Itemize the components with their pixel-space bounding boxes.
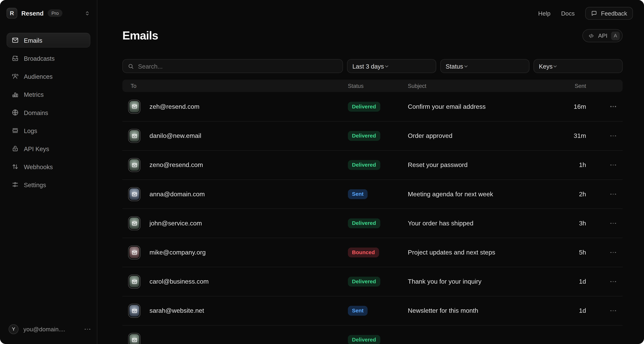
recipient-email: sarah@website.net	[150, 307, 348, 314]
workspace-switcher[interactable]: R Resend Pro	[0, 0, 97, 26]
table-row[interactable]: zeh@resend.com Delivered Confirm your em…	[122, 92, 622, 121]
email-icon	[128, 333, 140, 344]
sidebar-item-settings[interactable]: Settings	[6, 177, 90, 192]
sidebar-item-logs[interactable]: Logs	[6, 123, 90, 138]
shortcut-key-badge: A	[611, 32, 620, 40]
code-icon	[588, 33, 594, 39]
table-row[interactable]: carol@business.com Delivered Thank you f…	[122, 267, 622, 296]
page-title: Emails	[122, 29, 158, 42]
mail-icon	[12, 36, 19, 44]
docs-link[interactable]: Docs	[561, 10, 575, 16]
sidebar-item-label: Audiences	[24, 73, 52, 80]
table-header: To Status Subject Sent	[122, 80, 622, 92]
more-menu-icon[interactable]	[610, 252, 616, 253]
sidebar-item-webhooks[interactable]: Webhooks	[6, 159, 90, 174]
sent-time: 5h	[531, 249, 586, 256]
status-badge: Sent	[348, 189, 368, 199]
search-icon	[128, 63, 134, 69]
api-label: API	[598, 32, 608, 39]
email-subject: Reset your password	[408, 161, 531, 168]
help-link[interactable]: Help	[538, 10, 550, 16]
status-badge: Delivered	[348, 160, 380, 170]
avatar: Y	[8, 324, 18, 334]
more-menu-icon[interactable]	[610, 164, 616, 166]
ellipsis-icon[interactable]	[85, 329, 90, 330]
topbar: Help Docs Feedback	[97, 0, 644, 20]
sidebar-item-label: Broadcasts	[24, 55, 55, 62]
table-row[interactable]: zeno@resend.com Delivered Reset your pas…	[122, 150, 622, 179]
app-window: R Resend Pro Emails Broadcasts Audiences	[0, 0, 644, 344]
globe-icon	[12, 109, 19, 116]
date-range-dropdown[interactable]: Last 3 days	[347, 59, 436, 73]
column-status: Status	[348, 83, 408, 89]
table-row[interactable]: danilo@new.email Delivered Order approve…	[122, 121, 622, 150]
status-dropdown[interactable]: Status	[440, 59, 529, 73]
plan-badge: Pro	[48, 10, 62, 17]
more-menu-icon[interactable]	[610, 281, 616, 282]
table-row[interactable]: mike@company.org Bounced Project updates…	[122, 238, 622, 267]
lock-icon	[12, 145, 19, 152]
recipient-email: john@service.com	[150, 220, 348, 227]
sidebar-item-label: Webhooks	[24, 163, 53, 170]
email-icon	[128, 158, 140, 172]
date-range-value: Last 3 days	[352, 62, 384, 70]
email-subject: Newsletter for this month	[408, 307, 531, 314]
sidebar-item-domains[interactable]: Domains	[6, 105, 90, 120]
column-sent: Sent	[531, 83, 586, 89]
sidebar-item-label: Emails	[24, 37, 42, 44]
column-subject: Subject	[408, 83, 531, 89]
email-icon	[128, 100, 140, 114]
more-menu-icon[interactable]	[610, 136, 616, 136]
workspace-name: Resend	[22, 10, 44, 16]
search-input[interactable]	[138, 62, 338, 70]
email-subject: Meeting agenda for next week	[408, 190, 531, 198]
user-menu[interactable]: Y you@domain....	[0, 318, 97, 340]
sidebar-item-broadcasts[interactable]: Broadcasts	[6, 51, 90, 66]
recipient-email: danilo@new.email	[150, 132, 348, 140]
email-subject: Your order has shipped	[408, 220, 531, 227]
more-menu-icon[interactable]	[610, 223, 616, 224]
sidebar-item-audiences[interactable]: Audiences	[6, 69, 90, 84]
chevron-down-icon	[552, 64, 558, 69]
status-value: Status	[446, 62, 463, 70]
status-badge: Delivered	[348, 131, 380, 141]
email-icon	[128, 129, 140, 143]
status-badge: Delivered	[348, 102, 380, 112]
table-row[interactable]: anna@domain.com Sent Meeting agenda for …	[122, 179, 622, 208]
status-badge: Delivered	[348, 335, 380, 344]
api-button[interactable]: API A	[582, 29, 622, 42]
content: Emails API A Last 3 days Status	[97, 20, 644, 344]
table-row[interactable]: sarah@website.net Sent Newsletter for th…	[122, 296, 622, 325]
recipient-email: zeh@resend.com	[150, 103, 348, 110]
sidebar-item-api-keys[interactable]: API Keys	[6, 141, 90, 156]
email-subject: Project updates and next steps	[408, 249, 531, 256]
recipient-email: carol@business.com	[150, 278, 348, 285]
users-icon	[12, 73, 19, 80]
arrows-up-down-icon	[12, 163, 19, 170]
table-row[interactable]: john@service.com Delivered Your order ha…	[122, 208, 622, 238]
email-icon	[128, 275, 140, 289]
recipient-email: anna@domain.com	[150, 190, 348, 198]
sidebar-item-metrics[interactable]: Metrics	[6, 87, 90, 102]
email-subject: Order approved	[408, 132, 531, 140]
sent-time: 3h	[531, 220, 586, 227]
status-badge: Sent	[348, 306, 368, 316]
sidebar-item-label: Metrics	[24, 91, 44, 98]
chevron-down-icon	[384, 64, 389, 69]
search-box[interactable]	[122, 59, 343, 73]
more-menu-icon[interactable]	[610, 194, 616, 195]
more-menu-icon[interactable]	[610, 310, 616, 311]
user-email: you@domain....	[24, 326, 65, 332]
sidebar-nav: Emails Broadcasts Audiences Metrics Doma…	[0, 26, 97, 192]
sidebar-item-label: API Keys	[24, 145, 49, 152]
email-subject: Confirm your email address	[408, 103, 531, 110]
chevrons-up-down-icon[interactable]	[84, 10, 90, 16]
sidebar-item-emails[interactable]: Emails	[6, 33, 90, 48]
keys-dropdown[interactable]: Keys	[534, 59, 622, 73]
recipient-email: mike@company.org	[150, 249, 348, 256]
more-menu-icon[interactable]	[610, 106, 616, 107]
feedback-button[interactable]: Feedback	[586, 7, 633, 20]
email-icon	[128, 246, 140, 259]
recipient-email: zeno@resend.com	[150, 161, 348, 168]
table-row[interactable]: Delivered	[122, 325, 622, 344]
